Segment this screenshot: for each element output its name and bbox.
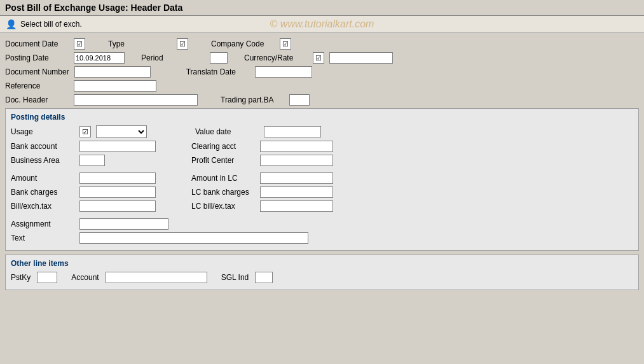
sgl-ind-label: SGL Ind (221, 273, 249, 282)
other-line-items-title: Other line items (11, 259, 633, 268)
posting-details-section: Posting details Usage ☑ Value date Bank … (5, 108, 639, 251)
type-checkbox[interactable]: ☑ (177, 38, 188, 50)
lc-bill-ex-tax-label: LC bill/ex.tax (191, 202, 255, 211)
lc-bank-charges-input[interactable] (260, 186, 333, 198)
bill-exch-tax-input[interactable] (79, 200, 156, 212)
header-row-4: Reference (5, 80, 639, 92)
company-code-label: Company Code (211, 39, 275, 48)
posting-row-8: Text (11, 232, 633, 244)
currency-rate-checkbox[interactable]: ☑ (313, 52, 324, 64)
text-label: Text (11, 234, 74, 242)
reference-label: Reference (5, 81, 69, 90)
document-date-checkbox[interactable]: ☑ (74, 38, 85, 50)
translation-date-label: Translatn Date (186, 67, 250, 76)
value-date-input[interactable] (264, 126, 321, 137)
other-line-items-row: PstKy Account SGL Ind (11, 272, 633, 283)
lc-bill-ex-tax-input[interactable] (260, 200, 333, 212)
doc-header-label: Doc. Header (5, 95, 69, 104)
title-bar: Post Bill of Exchange Usage: Header Data (0, 0, 644, 16)
business-area-label: Business Area (11, 156, 74, 165)
clearing-acct-label: Clearing acct (191, 142, 255, 151)
business-area-input[interactable] (79, 155, 105, 166)
bank-charges-label: Bank charges (11, 188, 74, 197)
posting-row-6: Bill/exch.tax LC bill/ex.tax (11, 200, 633, 212)
page-title: Post Bill of Exchange Usage: Header Data (5, 3, 182, 13)
value-date-label: Value date (195, 127, 259, 136)
header-row-5: Doc. Header Trading part.BA (5, 94, 639, 106)
text-input[interactable] (79, 232, 308, 244)
usage-label: Usage (11, 127, 74, 136)
user-icon: 👤 (5, 18, 17, 30)
bank-charges-input[interactable] (79, 186, 156, 198)
amount-in-lc-input[interactable] (260, 172, 333, 184)
translation-date-input[interactable] (255, 66, 312, 78)
posting-date-label: Posting Date (5, 53, 69, 62)
posting-row-2: Bank account Clearing acct (11, 141, 633, 152)
trading-part-ba-input[interactable] (289, 94, 310, 106)
doc-header-input[interactable] (74, 94, 198, 106)
posting-row-3: Business Area Profit Center (11, 155, 633, 166)
lc-bank-charges-label: LC bank charges (191, 188, 255, 197)
amount-label: Amount (11, 174, 74, 183)
header-section: Document Date ☑ Type ☑ Company Code ☑ Po… (5, 38, 639, 106)
currency-rate-label: Currency/Rate (244, 53, 308, 62)
profit-center-input[interactable] (260, 155, 333, 166)
pstky-label: PstKy (11, 273, 31, 282)
watermark: © www.tutorialkart.com (270, 18, 374, 30)
posting-date-input[interactable] (74, 52, 125, 64)
posting-details-title: Posting details (11, 113, 633, 122)
other-line-items-section: Other line items PstKy Account SGL Ind (5, 255, 639, 290)
document-number-input[interactable] (74, 66, 151, 78)
account-input[interactable] (106, 272, 207, 283)
amount-input[interactable] (79, 172, 156, 184)
amount-in-lc-label: Amount in LC (191, 174, 255, 183)
bill-exch-tax-label: Bill/exch.tax (11, 202, 74, 211)
header-row-2: Posting Date Period Currency/Rate ☑ (5, 52, 639, 64)
header-row-1: Document Date ☑ Type ☑ Company Code ☑ (5, 38, 639, 50)
posting-row-4: Amount Amount in LC (11, 172, 633, 184)
reference-input[interactable] (74, 80, 156, 92)
main-content: Document Date ☑ Type ☑ Company Code ☑ Po… (0, 33, 644, 299)
type-label: Type (108, 39, 172, 48)
account-label: Account (71, 273, 99, 282)
pstky-input[interactable] (37, 272, 57, 283)
bank-account-input[interactable] (79, 141, 156, 152)
period-label: Period (141, 53, 205, 62)
posting-row-1: Usage ☑ Value date (11, 125, 633, 138)
sgl-ind-input[interactable] (255, 272, 273, 283)
clearing-acct-input[interactable] (260, 141, 333, 152)
document-date-label: Document Date (5, 39, 69, 48)
company-code-checkbox[interactable]: ☑ (280, 38, 291, 50)
currency-rate-input[interactable] (329, 52, 393, 64)
bank-account-label: Bank account (11, 142, 74, 151)
select-bill-label[interactable]: Select bill of exch. (20, 20, 82, 29)
profit-center-label: Profit Center (191, 156, 255, 165)
period-input[interactable] (210, 52, 228, 64)
usage-select[interactable] (96, 125, 147, 138)
usage-checkbox[interactable]: ☑ (79, 126, 91, 137)
header-row-3: Document Number Translatn Date (5, 66, 639, 78)
assignment-input[interactable] (79, 218, 168, 230)
toolbar: 👤 Select bill of exch. © www.tutorialkar… (0, 16, 644, 33)
posting-row-5: Bank charges LC bank charges (11, 186, 633, 198)
assignment-label: Assignment (11, 220, 74, 228)
posting-row-7: Assignment (11, 218, 633, 230)
trading-part-ba-label: Trading part.BA (221, 95, 284, 104)
document-number-label: Document Number (5, 67, 69, 76)
